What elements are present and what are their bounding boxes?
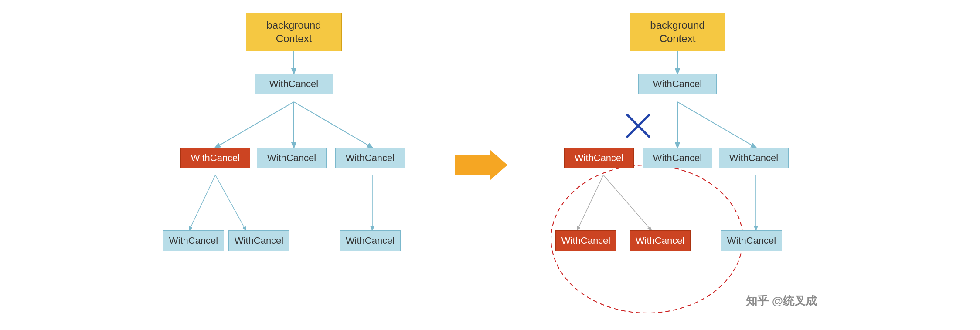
left-l2c-node: WithCancel: [335, 148, 405, 168]
svg-line-1: [215, 102, 294, 148]
svg-line-4: [189, 175, 215, 230]
watermark: 知乎 @统叉成: [746, 293, 817, 309]
left-l1-node: WithCancel: [255, 74, 333, 94]
left-l2a-node: WithCancel: [180, 148, 250, 168]
right-l3c-node: WithCancel: [721, 230, 782, 251]
left-diagram: background Context WithCancel WithCancel…: [159, 8, 429, 322]
right-diagram: background Context WithCancel WithCancel…: [534, 8, 821, 322]
left-root-node: background Context: [246, 13, 342, 51]
svg-line-3: [294, 102, 372, 148]
svg-line-5: [215, 175, 246, 230]
transition-arrow: [455, 148, 507, 182]
svg-line-12: [603, 175, 651, 230]
svg-line-15: [627, 115, 649, 137]
svg-line-11: [577, 175, 603, 230]
right-l1-node: WithCancel: [638, 74, 717, 94]
arrow-svg: [455, 148, 507, 182]
right-l2c-node: WithCancel: [719, 148, 789, 168]
left-l3c-node: WithCancel: [340, 230, 401, 251]
svg-line-10: [677, 102, 756, 148]
right-l2b-node: WithCancel: [643, 148, 712, 168]
right-l3a-node: WithCancel: [555, 230, 616, 251]
right-l2a-node: WithCancel: [564, 148, 634, 168]
left-l3a-node: WithCancel: [163, 230, 224, 251]
svg-marker-7: [455, 150, 507, 180]
right-root-node: background Context: [630, 13, 725, 51]
left-l2b-node: WithCancel: [257, 148, 327, 168]
right-l3b-node: WithCancel: [630, 230, 691, 251]
main-container: background Context WithCancel WithCancel…: [0, 0, 980, 330]
svg-line-14: [627, 115, 649, 137]
left-l3b-node: WithCancel: [228, 230, 289, 251]
